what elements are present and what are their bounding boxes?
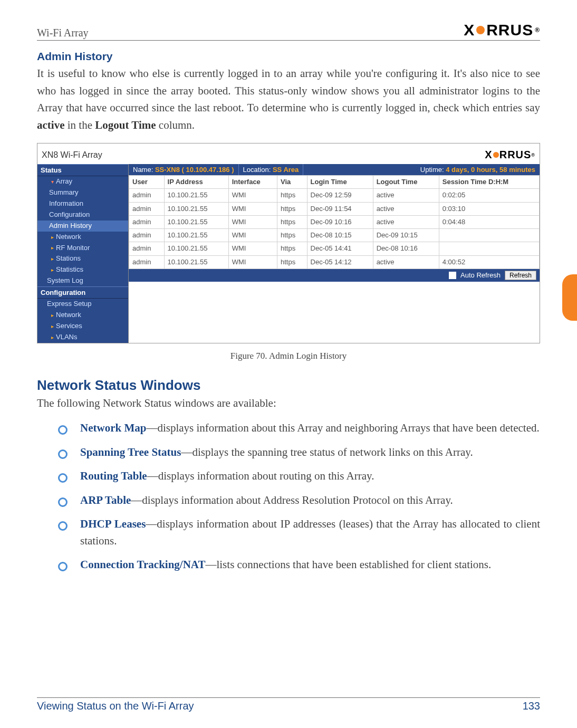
nav-item-admin-history[interactable]: Admin History	[37, 221, 128, 232]
table-row: admin10.100.21.55WMIhttpsDec-09 11:54act…	[129, 202, 540, 215]
nav-item-information[interactable]: Information	[37, 198, 128, 209]
ss-brand-logo: X RRUS ®	[485, 149, 535, 161]
nav-heading-status: Status	[37, 164, 128, 176]
nav-item-system-log[interactable]: System Log	[37, 275, 128, 286]
ss-table-footer: Auto Refresh Refresh	[129, 269, 540, 282]
brand-logo: X RRUS ®	[464, 21, 540, 39]
list-item: DHCP Leases—displays information about I…	[58, 516, 540, 549]
list-item: Routing Table—displays information about…	[58, 468, 540, 485]
nav-item-cfg-network[interactable]: ▸Network	[37, 310, 128, 321]
expand-icon: ▸	[51, 266, 54, 273]
table-row: admin10.100.21.55WMIhttpsDec-09 12:59act…	[129, 189, 540, 202]
brand-dot-icon	[476, 26, 485, 34]
nav-item-express-setup[interactable]: Express Setup	[37, 299, 128, 310]
feature-link[interactable]: Spanning Tree Status	[80, 446, 181, 458]
brand-dot-icon	[493, 152, 499, 158]
expand-icon: ▸	[51, 234, 54, 241]
nav-item-rf-monitor[interactable]: ▸RF Monitor	[37, 243, 128, 254]
section-title-admin-history: Admin History	[37, 50, 540, 63]
info-uptime-value: 4 days, 0 hours, 58 minutes	[446, 166, 535, 174]
nav-item-summary[interactable]: Summary	[37, 187, 128, 198]
feature-link[interactable]: DHCP Leases	[80, 518, 146, 530]
th-ip: IP Address	[164, 176, 228, 189]
nav-item-network[interactable]: ▸Network	[37, 232, 128, 243]
th-interface: Interface	[228, 176, 277, 189]
ss-title: XN8 Wi-Fi Array	[42, 150, 102, 160]
nav-item-configuration[interactable]: Configuration	[37, 209, 128, 221]
list-item: ARP Table—displays information about Add…	[58, 492, 540, 509]
page-header: Wi-Fi Array X RRUS ®	[37, 21, 540, 41]
footer-section: Viewing Status on the Wi-Fi Array	[37, 700, 194, 712]
nav-heading-configuration: Configuration	[37, 286, 128, 299]
table-row: admin10.100.21.55WMIhttpsDec-09 10:16act…	[129, 215, 540, 228]
network-status-intro: The following Network Status windows are…	[37, 395, 540, 412]
th-user: User	[129, 176, 165, 189]
nav-item-array[interactable]: ▾Array	[37, 176, 128, 187]
table-row: admin10.100.21.55WMIhttpsDec-08 10:15Dec…	[129, 229, 540, 242]
info-location-value: SS Area	[273, 166, 299, 174]
feature-link[interactable]: Network Map	[80, 422, 146, 434]
nav-item-stations[interactable]: ▸Stations	[37, 253, 128, 264]
expand-icon: ▸	[51, 255, 54, 262]
nav-item-statistics[interactable]: ▸Statistics	[37, 264, 128, 275]
refresh-button[interactable]: Refresh	[505, 271, 536, 280]
auto-refresh-checkbox[interactable]	[449, 272, 456, 279]
info-name-value: SS-XN8 ( 10.100.47.186 )	[155, 166, 234, 174]
feature-link[interactable]: Connection Tracking/NAT	[80, 558, 205, 571]
nav-item-vlans[interactable]: ▸VLANs	[37, 332, 128, 343]
page-side-tab	[562, 274, 577, 321]
table-row: admin10.100.21.55WMIhttpsDec-05 14:12act…	[129, 255, 540, 269]
admin-history-paragraph: It is useful to know who else is current…	[37, 65, 540, 133]
expand-icon: ▸	[51, 244, 54, 251]
list-item: Connection Tracking/NAT—lists connection…	[58, 557, 540, 573]
expand-icon: ▾	[51, 178, 54, 185]
list-item: Network Map—displays information about t…	[58, 420, 540, 437]
th-session-time: Session Time D:H:M	[439, 176, 539, 189]
ss-info-bar: Name: SS-XN8 ( 10.100.47.186 ) Location:…	[129, 164, 540, 175]
th-logout-time: Logout Time	[373, 176, 439, 189]
expand-icon: ▸	[51, 334, 54, 341]
feature-list: Network Map—displays information about t…	[37, 420, 540, 573]
footer-page-number: 133	[523, 700, 540, 712]
figure-caption: Figure 70. Admin Login History	[37, 351, 540, 361]
expand-icon: ▸	[51, 323, 54, 330]
expand-icon: ▸	[51, 312, 54, 319]
th-login-time: Login Time	[307, 176, 373, 189]
admin-history-screenshot: XN8 Wi-Fi Array X RRUS ® Status ▾Array S…	[37, 143, 540, 343]
page-footer: Viewing Status on the Wi-Fi Array 133	[37, 697, 540, 712]
list-item: Spanning Tree Status—displays the spanni…	[58, 444, 540, 461]
header-label: Wi-Fi Array	[37, 27, 89, 39]
th-via: Via	[277, 176, 307, 189]
table-row: admin10.100.21.55WMIhttpsDec-05 14:41Dec…	[129, 242, 540, 255]
feature-link[interactable]: Routing Table	[80, 470, 147, 482]
admin-history-table: User IP Address Interface Via Login Time…	[129, 175, 540, 269]
ss-nav: Status ▾Array Summary Information Config…	[37, 164, 129, 342]
nav-item-services[interactable]: ▸Services	[37, 321, 128, 332]
auto-refresh-label: Auto Refresh	[460, 271, 501, 279]
feature-link[interactable]: ARP Table	[80, 494, 131, 506]
section-title-network-status: Network Status Windows	[37, 377, 540, 394]
